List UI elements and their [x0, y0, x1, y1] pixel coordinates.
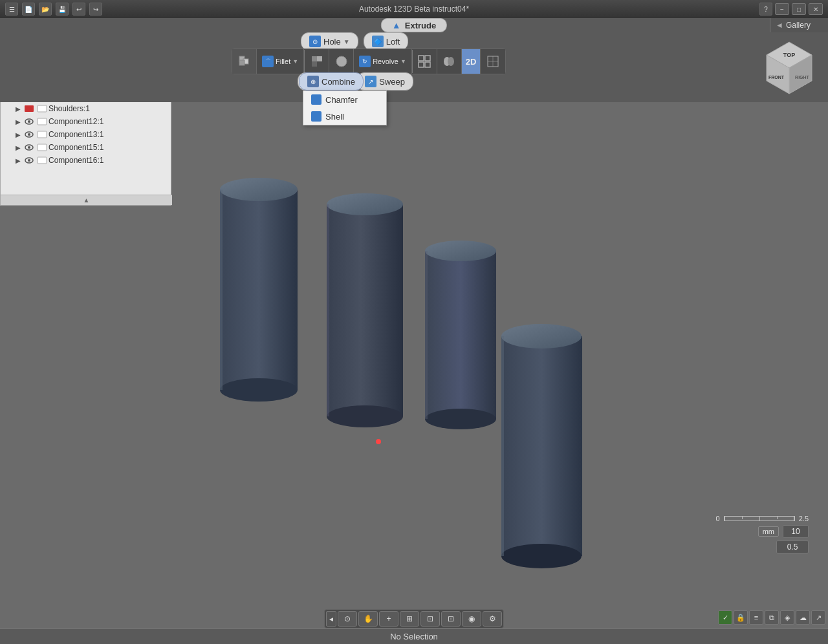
zoom-fit-btn[interactable]: ⊞	[400, 611, 419, 627]
comp13-eye-icon	[24, 129, 34, 140]
pan-btn[interactable]: ✋	[358, 611, 378, 627]
solid-btn[interactable]	[329, 49, 354, 74]
svg-rect-7	[419, 56, 424, 61]
tree-item-comp13[interactable]: ▶ Component13:1	[11, 128, 171, 141]
fillet-icon: ⌒	[262, 56, 274, 67]
combine-button[interactable]: ⊕ Combine	[299, 72, 364, 91]
display-btn[interactable]: ◉	[462, 611, 481, 627]
shoulders-body-icon	[37, 103, 47, 114]
share-icon[interactable]: ↗	[811, 610, 825, 625]
top-tool-row: ⊙ Hole ▼ 🔷 Loft	[301, 32, 408, 50]
comp16-body-icon	[37, 155, 47, 166]
svg-point-6	[336, 56, 347, 67]
undo-icon[interactable]: ↩	[72, 3, 85, 16]
restore-button[interactable]: □	[792, 3, 806, 15]
tree-item-shoulders[interactable]: ▶ Shoulders:1	[11, 102, 171, 115]
check-icon[interactable]: ✓	[718, 610, 732, 625]
chamfer-icon	[311, 94, 321, 105]
mirror-btn[interactable]	[437, 49, 462, 74]
minimize-button[interactable]: −	[775, 3, 789, 15]
hole-arrow-icon: ▼	[343, 38, 350, 45]
material-icon[interactable]: ◈	[780, 610, 794, 625]
svg-point-12	[448, 57, 454, 66]
settings-btn[interactable]: ⚙	[483, 611, 502, 627]
tree-item-comp16[interactable]: ▶ Component16:1	[11, 154, 171, 167]
sweep-icon: ↗	[365, 76, 376, 87]
svg-rect-2	[239, 60, 245, 65]
loft-icon: 🔷	[372, 36, 384, 47]
revolve-button[interactable]: ↻ Revolve ▼	[354, 49, 412, 74]
tree-arrow-comp12: ▶	[14, 117, 23, 126]
save-icon[interactable]: 💾	[56, 3, 69, 16]
shapes-btn[interactable]	[305, 49, 329, 74]
scale-right-label: 2.5	[799, 515, 809, 522]
app-menu-icon[interactable]: ☰	[5, 3, 18, 16]
new-icon[interactable]: 📄	[22, 3, 35, 16]
svg-rect-47	[327, 204, 329, 416]
right-icons: ✓ 🔒 ≡ ⧉ ◈ ☁ ↗	[715, 609, 828, 626]
comp12-component-icon	[37, 116, 47, 127]
tree-arrow-comp15: ▶	[14, 143, 23, 152]
svg-point-29	[28, 120, 30, 123]
hole-button[interactable]: ⊙ Hole ▼	[301, 32, 358, 50]
comp15-eye-icon	[24, 142, 34, 153]
2d-button[interactable]: 2D	[462, 49, 481, 74]
view-btn[interactable]: ⊡	[441, 611, 461, 627]
revolve-arrow-icon: ▼	[400, 58, 406, 65]
view-cube-container[interactable]: TOP FRONT RIGHT	[757, 39, 822, 103]
shell-menu-item[interactable]: Shell	[303, 108, 386, 125]
extrude-text: Extrude	[405, 21, 436, 30]
svg-rect-10	[425, 62, 430, 67]
view-cube-svg: TOP FRONT RIGHT	[757, 39, 822, 103]
svg-rect-51	[425, 251, 428, 419]
grid2-btn[interactable]	[481, 49, 505, 74]
svg-rect-44	[327, 204, 403, 416]
comp12-eye-icon	[24, 116, 34, 127]
revolve-icon: ↻	[359, 56, 371, 67]
orbit-btn[interactable]: ⊙	[338, 611, 357, 627]
bottom-toolbar: ◄ ⊙ ✋ + ⊞ ⊡ ⊡ ◉ ⚙	[324, 609, 504, 628]
comp16-label: Component16:1	[49, 156, 104, 165]
tree-item-comp12[interactable]: ▶ Component12:1	[11, 115, 171, 128]
close-button[interactable]: ✕	[809, 3, 823, 15]
tree-arrow-comp13: ▶	[14, 130, 23, 139]
comp15-body-icon	[37, 142, 47, 153]
svg-rect-5	[312, 61, 317, 67]
lock-icon[interactable]: 🔒	[734, 610, 748, 625]
list-icon[interactable]: ≡	[749, 610, 763, 625]
svg-point-46	[327, 405, 403, 427]
svg-rect-26	[25, 105, 34, 112]
grid-btn[interactable]	[413, 49, 437, 74]
scale-area: 0 2.5 mm 10 0.5	[716, 515, 809, 553]
svg-rect-43	[220, 189, 223, 390]
loft-button[interactable]: 🔷 Loft	[364, 32, 409, 50]
shell-icon	[311, 111, 321, 122]
cloud-icon[interactable]: ☁	[796, 610, 810, 625]
sweep-button[interactable]: ↗ Sweep	[356, 72, 413, 91]
open-icon[interactable]: 📂	[39, 3, 52, 16]
comp13-label: Component13:1	[49, 130, 104, 139]
gallery-arrow-icon: ◄	[776, 21, 783, 30]
help-icon[interactable]: ?	[759, 3, 772, 16]
scale-value-display: 10	[783, 525, 809, 538]
browser-collapse-btn[interactable]: ▲	[1, 195, 172, 205]
zoom-in-btn[interactable]: +	[379, 611, 398, 627]
svg-point-53	[501, 324, 582, 349]
svg-point-50	[425, 409, 496, 429]
svg-rect-39	[38, 157, 47, 164]
chamfer-menu-item[interactable]: Chamfer	[303, 91, 386, 108]
title-bar-controls: ? − □ ✕	[759, 3, 823, 16]
svg-rect-8	[425, 56, 430, 61]
redo-icon[interactable]: ↪	[89, 3, 102, 16]
fillet-button[interactable]: ⌒ Fillet ▼	[257, 49, 304, 74]
hole-icon: ⊙	[309, 36, 321, 47]
layers-icon[interactable]: ⧉	[765, 610, 779, 625]
view-home-btn[interactable]	[232, 49, 257, 74]
gallery-panel[interactable]: ◄ Gallery	[770, 18, 828, 32]
expand-btn[interactable]: ◄	[326, 611, 336, 627]
select-btn[interactable]: ⊡	[420, 611, 440, 627]
svg-text:TOP: TOP	[783, 52, 795, 58]
svg-point-41	[220, 178, 298, 201]
tree-item-comp15[interactable]: ▶ Component15:1	[11, 141, 171, 154]
revolve-label: Revolve	[373, 58, 398, 65]
